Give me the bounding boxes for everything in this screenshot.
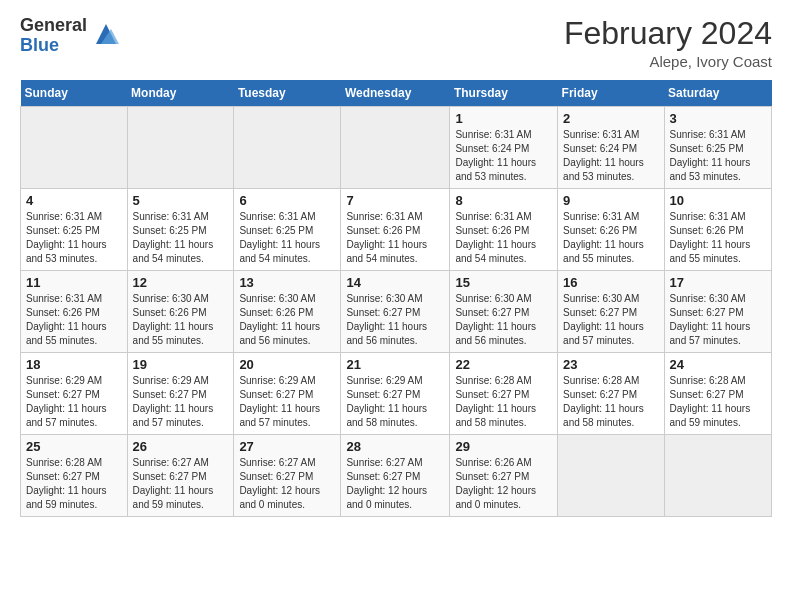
calendar-cell: 2Sunrise: 6:31 AM Sunset: 6:24 PM Daylig… [558,107,664,189]
day-number: 23 [563,357,658,372]
day-info: Sunrise: 6:31 AM Sunset: 6:26 PM Dayligh… [26,292,122,348]
day-number: 13 [239,275,335,290]
calendar-week-row: 25Sunrise: 6:28 AM Sunset: 6:27 PM Dayli… [21,435,772,517]
calendar-cell: 22Sunrise: 6:28 AM Sunset: 6:27 PM Dayli… [450,353,558,435]
day-info: Sunrise: 6:26 AM Sunset: 6:27 PM Dayligh… [455,456,552,512]
sub-title: Alepe, Ivory Coast [564,53,772,70]
calendar-cell: 21Sunrise: 6:29 AM Sunset: 6:27 PM Dayli… [341,353,450,435]
day-number: 12 [133,275,229,290]
logo-blue: Blue [20,36,87,56]
day-number: 9 [563,193,658,208]
calendar-cell: 3Sunrise: 6:31 AM Sunset: 6:25 PM Daylig… [664,107,771,189]
calendar-cell: 7Sunrise: 6:31 AM Sunset: 6:26 PM Daylig… [341,189,450,271]
calendar-cell: 28Sunrise: 6:27 AM Sunset: 6:27 PM Dayli… [341,435,450,517]
day-number: 20 [239,357,335,372]
day-number: 2 [563,111,658,126]
title-block: February 2024 Alepe, Ivory Coast [564,16,772,70]
calendar-cell: 29Sunrise: 6:26 AM Sunset: 6:27 PM Dayli… [450,435,558,517]
calendar-cell: 9Sunrise: 6:31 AM Sunset: 6:26 PM Daylig… [558,189,664,271]
logo: General Blue [20,16,121,56]
day-info: Sunrise: 6:27 AM Sunset: 6:27 PM Dayligh… [239,456,335,512]
day-info: Sunrise: 6:29 AM Sunset: 6:27 PM Dayligh… [133,374,229,430]
calendar-cell: 17Sunrise: 6:30 AM Sunset: 6:27 PM Dayli… [664,271,771,353]
page: General Blue February 2024 Alepe, Ivory … [0,0,792,612]
day-number: 1 [455,111,552,126]
calendar-cell [234,107,341,189]
calendar-cell: 12Sunrise: 6:30 AM Sunset: 6:26 PM Dayli… [127,271,234,353]
day-info: Sunrise: 6:29 AM Sunset: 6:27 PM Dayligh… [26,374,122,430]
calendar-cell: 8Sunrise: 6:31 AM Sunset: 6:26 PM Daylig… [450,189,558,271]
calendar-cell: 25Sunrise: 6:28 AM Sunset: 6:27 PM Dayli… [21,435,128,517]
calendar-cell [21,107,128,189]
calendar-cell: 5Sunrise: 6:31 AM Sunset: 6:25 PM Daylig… [127,189,234,271]
calendar-cell [341,107,450,189]
calendar-cell: 15Sunrise: 6:30 AM Sunset: 6:27 PM Dayli… [450,271,558,353]
day-info: Sunrise: 6:27 AM Sunset: 6:27 PM Dayligh… [346,456,444,512]
day-number: 25 [26,439,122,454]
day-number: 26 [133,439,229,454]
calendar-table: SundayMondayTuesdayWednesdayThursdayFrid… [20,80,772,517]
calendar-header-cell: Tuesday [234,80,341,107]
day-info: Sunrise: 6:31 AM Sunset: 6:26 PM Dayligh… [563,210,658,266]
day-info: Sunrise: 6:30 AM Sunset: 6:26 PM Dayligh… [239,292,335,348]
day-number: 27 [239,439,335,454]
day-number: 10 [670,193,766,208]
calendar-header-cell: Friday [558,80,664,107]
day-info: Sunrise: 6:30 AM Sunset: 6:27 PM Dayligh… [670,292,766,348]
calendar-cell: 27Sunrise: 6:27 AM Sunset: 6:27 PM Dayli… [234,435,341,517]
day-info: Sunrise: 6:31 AM Sunset: 6:25 PM Dayligh… [133,210,229,266]
calendar-week-row: 4Sunrise: 6:31 AM Sunset: 6:25 PM Daylig… [21,189,772,271]
day-info: Sunrise: 6:31 AM Sunset: 6:24 PM Dayligh… [563,128,658,184]
day-info: Sunrise: 6:28 AM Sunset: 6:27 PM Dayligh… [455,374,552,430]
day-number: 3 [670,111,766,126]
day-number: 19 [133,357,229,372]
logo-text: General Blue [20,16,87,56]
day-info: Sunrise: 6:31 AM Sunset: 6:25 PM Dayligh… [239,210,335,266]
day-info: Sunrise: 6:27 AM Sunset: 6:27 PM Dayligh… [133,456,229,512]
calendar-cell: 1Sunrise: 6:31 AM Sunset: 6:24 PM Daylig… [450,107,558,189]
calendar-cell: 18Sunrise: 6:29 AM Sunset: 6:27 PM Dayli… [21,353,128,435]
logo-general: General [20,16,87,36]
calendar-cell [127,107,234,189]
day-info: Sunrise: 6:28 AM Sunset: 6:27 PM Dayligh… [26,456,122,512]
calendar-cell: 14Sunrise: 6:30 AM Sunset: 6:27 PM Dayli… [341,271,450,353]
calendar-cell: 16Sunrise: 6:30 AM Sunset: 6:27 PM Dayli… [558,271,664,353]
day-number: 28 [346,439,444,454]
calendar-header-cell: Wednesday [341,80,450,107]
calendar-header-row: SundayMondayTuesdayWednesdayThursdayFrid… [21,80,772,107]
calendar-cell: 20Sunrise: 6:29 AM Sunset: 6:27 PM Dayli… [234,353,341,435]
day-number: 22 [455,357,552,372]
calendar-cell: 26Sunrise: 6:27 AM Sunset: 6:27 PM Dayli… [127,435,234,517]
header: General Blue February 2024 Alepe, Ivory … [20,16,772,70]
calendar-cell: 13Sunrise: 6:30 AM Sunset: 6:26 PM Dayli… [234,271,341,353]
calendar-cell: 19Sunrise: 6:29 AM Sunset: 6:27 PM Dayli… [127,353,234,435]
day-number: 24 [670,357,766,372]
day-number: 18 [26,357,122,372]
day-info: Sunrise: 6:29 AM Sunset: 6:27 PM Dayligh… [239,374,335,430]
day-info: Sunrise: 6:30 AM Sunset: 6:27 PM Dayligh… [563,292,658,348]
calendar-cell: 4Sunrise: 6:31 AM Sunset: 6:25 PM Daylig… [21,189,128,271]
day-info: Sunrise: 6:31 AM Sunset: 6:26 PM Dayligh… [670,210,766,266]
calendar-cell: 10Sunrise: 6:31 AM Sunset: 6:26 PM Dayli… [664,189,771,271]
day-number: 4 [26,193,122,208]
day-info: Sunrise: 6:31 AM Sunset: 6:24 PM Dayligh… [455,128,552,184]
calendar-week-row: 11Sunrise: 6:31 AM Sunset: 6:26 PM Dayli… [21,271,772,353]
day-info: Sunrise: 6:31 AM Sunset: 6:26 PM Dayligh… [455,210,552,266]
day-info: Sunrise: 6:28 AM Sunset: 6:27 PM Dayligh… [563,374,658,430]
day-info: Sunrise: 6:29 AM Sunset: 6:27 PM Dayligh… [346,374,444,430]
calendar-header-cell: Monday [127,80,234,107]
calendar-body: 1Sunrise: 6:31 AM Sunset: 6:24 PM Daylig… [21,107,772,517]
calendar-header-cell: Thursday [450,80,558,107]
calendar-week-row: 18Sunrise: 6:29 AM Sunset: 6:27 PM Dayli… [21,353,772,435]
day-info: Sunrise: 6:30 AM Sunset: 6:27 PM Dayligh… [346,292,444,348]
day-info: Sunrise: 6:30 AM Sunset: 6:27 PM Dayligh… [455,292,552,348]
day-number: 11 [26,275,122,290]
day-number: 7 [346,193,444,208]
day-info: Sunrise: 6:31 AM Sunset: 6:26 PM Dayligh… [346,210,444,266]
calendar-cell: 11Sunrise: 6:31 AM Sunset: 6:26 PM Dayli… [21,271,128,353]
calendar-header-cell: Saturday [664,80,771,107]
day-number: 29 [455,439,552,454]
main-title: February 2024 [564,16,772,51]
day-info: Sunrise: 6:31 AM Sunset: 6:25 PM Dayligh… [26,210,122,266]
calendar-header-cell: Sunday [21,80,128,107]
